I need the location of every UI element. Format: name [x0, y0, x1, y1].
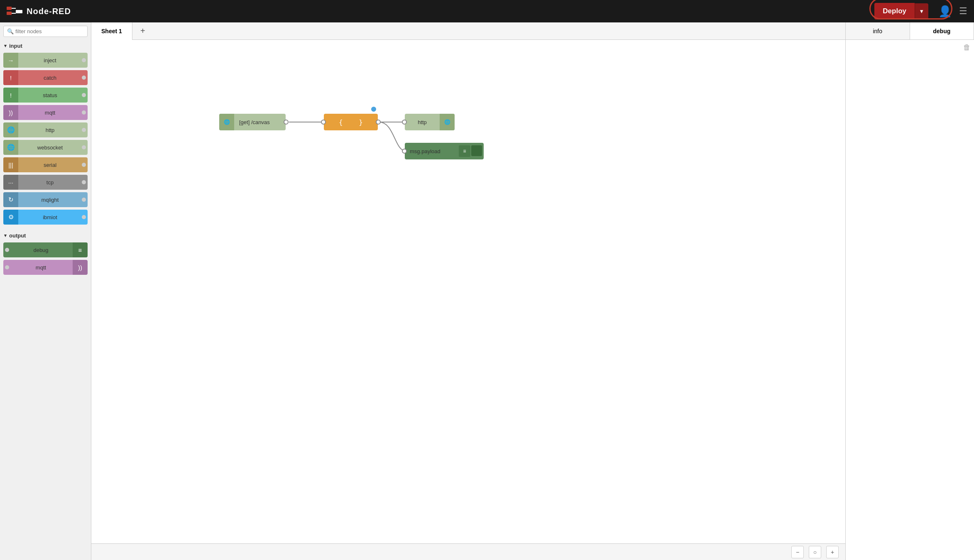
tab-sheet1[interactable]: Sheet 1	[91, 22, 132, 40]
sidebar-item-mqtt-out[interactable]: mqtt ))	[3, 260, 88, 275]
canvas[interactable]: 🌐 [get] /canvas { } http 🌐 msg.payload	[91, 40, 845, 543]
canvas-area: Sheet 1 + 🌐 [get] /canvas	[91, 22, 845, 560]
function-in-port[interactable]	[321, 120, 326, 125]
main-layout: 🔍 ▾ input → inject ! catch ! status )) m…	[0, 22, 974, 560]
svg-point-5	[371, 106, 377, 112]
get-canvas-out-port[interactable]	[284, 120, 289, 125]
svg-rect-1	[7, 12, 12, 15]
function-label: { }	[334, 118, 368, 126]
websocket-icon: 🌐	[3, 140, 18, 155]
flow-node-http-out[interactable]: http 🌐	[405, 114, 455, 130]
status-port	[82, 93, 86, 97]
flow-node-debug-out[interactable]: msg.payload ≡	[405, 143, 484, 159]
mqtt-in-label: mqtt	[18, 110, 82, 116]
debug-menu-icon: ≡	[73, 242, 88, 257]
right-panel: info debug 🗑	[845, 22, 974, 560]
http-in-icon: 🌐	[3, 122, 18, 137]
output-section-label: output	[9, 232, 26, 239]
sidebar-item-status[interactable]: ! status	[3, 88, 88, 103]
filter-nodes-input[interactable]	[15, 28, 84, 34]
sidebar-item-debug[interactable]: debug ≡	[3, 242, 88, 257]
mqtt-in-icon: ))	[3, 105, 18, 120]
output-section-header[interactable]: ▾ output	[0, 230, 91, 241]
debug-menu-btn[interactable]: ≡	[459, 145, 470, 157]
mqlight-label: mqlight	[18, 197, 82, 203]
sidebar-item-websocket[interactable]: 🌐 websocket	[3, 140, 88, 155]
inject-label: inject	[18, 57, 82, 64]
user-icon[interactable]: 👤	[938, 5, 952, 18]
flow-node-get-canvas[interactable]: 🌐 [get] /canvas	[219, 114, 286, 130]
sidebar-item-mqtt-in[interactable]: )) mqtt	[3, 105, 88, 120]
zoom-reset-button[interactable]: ○	[809, 546, 821, 558]
connections-svg	[91, 40, 845, 543]
input-section-header[interactable]: ▾ input	[0, 40, 91, 51]
tcp-label: tcp	[18, 179, 82, 186]
catch-port	[82, 76, 86, 80]
tcp-icon: ···	[3, 175, 18, 190]
node-red-logo	[7, 5, 22, 17]
websocket-port	[82, 145, 86, 149]
input-chevron-icon: ▾	[4, 43, 7, 49]
status-icon: !	[3, 88, 18, 103]
tcp-port	[82, 180, 86, 184]
get-canvas-icon: 🌐	[219, 114, 234, 130]
sidebar-item-tcp[interactable]: ··· tcp	[3, 175, 88, 190]
add-tab-button[interactable]: +	[134, 22, 152, 40]
sidebar-item-http-in[interactable]: 🌐 http	[3, 122, 88, 137]
http-in-port	[82, 128, 86, 132]
ibmiot-port	[82, 215, 86, 219]
input-section-label: input	[9, 43, 22, 49]
right-tab-info-label: info	[873, 28, 882, 34]
hamburger-menu-icon[interactable]: ☰	[959, 6, 967, 17]
catch-icon: !	[3, 70, 18, 85]
zoom-in-button[interactable]: +	[826, 546, 839, 558]
tab-sheet1-label: Sheet 1	[101, 28, 122, 34]
ibmiot-icon: ⚙	[3, 210, 18, 225]
svg-rect-4	[16, 10, 22, 13]
canvas-toolbar: − ○ +	[91, 543, 845, 560]
flow-node-function[interactable]: { }	[324, 114, 378, 130]
search-icon: 🔍	[7, 28, 14, 34]
tab-bar: Sheet 1 +	[91, 22, 845, 40]
catch-label: catch	[18, 75, 82, 81]
mqtt-in-port	[82, 110, 86, 115]
http-out-label: http	[405, 119, 440, 125]
deploy-button-wrapper: Deploy ▾	[874, 3, 928, 20]
right-tab-debug-label: debug	[933, 28, 950, 34]
get-canvas-label: [get] /canvas	[234, 119, 275, 125]
debug-out-node-label: msg.payload	[405, 148, 459, 154]
mqlight-icon: ↻	[3, 192, 18, 207]
sidebar-item-ibmiot[interactable]: ⚙ ibmiot	[3, 210, 88, 225]
sidebar-item-inject[interactable]: → inject	[3, 53, 88, 68]
http-out-in-port[interactable]	[402, 120, 407, 125]
app-title: Node-RED	[27, 7, 71, 16]
serial-port	[82, 163, 86, 167]
debug-port-left	[5, 248, 9, 252]
mqtt-out-label: mqtt	[9, 264, 73, 271]
filter-nodes-input-wrapper[interactable]: 🔍	[3, 26, 88, 37]
function-out-port[interactable]	[376, 120, 381, 125]
inject-icon: →	[3, 53, 18, 68]
debug-out-in-port[interactable]	[402, 149, 407, 154]
mqtt-out-port-left	[5, 265, 9, 269]
deploy-button[interactable]: Deploy	[874, 3, 915, 20]
output-chevron-icon: ▾	[4, 233, 7, 238]
trash-icon[interactable]: 🗑	[963, 43, 971, 52]
right-tab-debug[interactable]: debug	[910, 22, 974, 39]
sidebar-item-mqlight[interactable]: ↻ mqlight	[3, 192, 88, 207]
right-tab-info[interactable]: info	[846, 22, 910, 39]
status-label: status	[18, 92, 82, 98]
inject-port	[82, 58, 86, 62]
debug-toggle-btn[interactable]	[471, 145, 482, 156]
zoom-out-button[interactable]: −	[791, 546, 804, 558]
sidebar-item-serial[interactable]: ||| serial	[3, 157, 88, 172]
header: Node-RED Deploy ▾ 👤 ☰	[0, 0, 974, 22]
debug-out-label: debug	[9, 247, 73, 253]
websocket-label: websocket	[18, 144, 82, 151]
right-panel-content: 🗑	[846, 40, 974, 560]
serial-icon: |||	[3, 157, 18, 172]
deploy-dropdown-button[interactable]: ▾	[915, 3, 928, 19]
debug-out-controls: ≡	[459, 145, 482, 157]
sidebar-item-catch[interactable]: ! catch	[3, 70, 88, 85]
mqtt-out-wave-icon: ))	[73, 260, 88, 275]
